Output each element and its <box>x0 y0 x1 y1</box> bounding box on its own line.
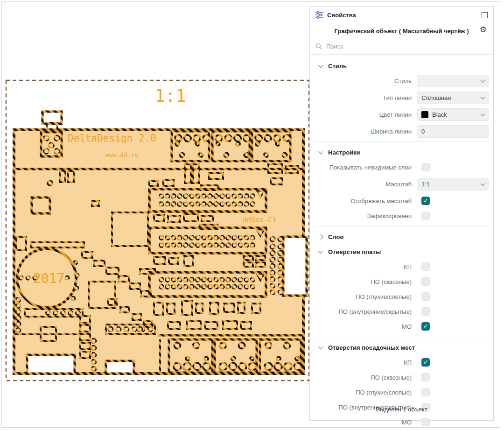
locked-row: Зафиксировано <box>310 208 493 223</box>
bh-mo-checkbox[interactable] <box>421 322 430 331</box>
line-type-select[interactable]: Сплошная <box>417 92 489 104</box>
board-cutout-2 <box>106 361 134 374</box>
chevron-down-icon <box>481 112 485 116</box>
chevron-right-icon <box>318 234 323 239</box>
url-text: www.dd.ru <box>105 151 138 158</box>
section-footprint-holes[interactable]: Отверстия посадочных мест <box>310 340 493 355</box>
chevron-down-icon <box>481 95 485 99</box>
via-hole <box>138 327 142 332</box>
section-layers[interactable]: Слои <box>310 229 493 244</box>
line-color-row: Цвет линии Black <box>310 107 493 122</box>
style-row: Стиль <box>310 73 493 88</box>
locked-checkbox[interactable] <box>421 212 430 220</box>
fh-kp-row: КП <box>310 355 493 370</box>
style-select[interactable] <box>417 75 489 87</box>
board-cutout <box>27 355 75 374</box>
bh-buried-row: ПО (внутренние/скрытые) <box>310 304 493 319</box>
bh-through-row: ПО (сквозные) <box>310 274 493 289</box>
bh-kp-checkbox[interactable] <box>421 262 430 271</box>
edge-connector <box>283 237 307 296</box>
search-icon <box>315 43 322 49</box>
status-bar: Выделен 1 объект <box>310 406 493 413</box>
fh-blind-row: ПО (глухие/слепые) <box>310 385 493 400</box>
panel-title: Свойства <box>327 12 482 19</box>
object-type-row: Графический объект ( Масштабный чертёж )… <box>310 23 493 38</box>
properties-panel: Свойства Графический объект ( Масштабный… <box>309 6 494 421</box>
chevron-down-icon <box>481 181 485 186</box>
chevron-down-icon <box>318 344 323 349</box>
chevron-down-icon <box>318 248 323 254</box>
line-width-input[interactable]: 0 <box>417 125 489 138</box>
scale-label: 1:1 <box>155 86 186 106</box>
fh-blind-checkbox[interactable] <box>421 388 430 396</box>
color-swatch <box>421 111 428 118</box>
object-type-label: Графический объект ( Масштабный чертёж ) <box>329 28 475 35</box>
show-scale-checkbox[interactable] <box>421 197 430 205</box>
line-type-row: Тип линии Сплошная <box>310 90 493 105</box>
year-text: 2017 <box>33 271 64 286</box>
divider <box>314 141 490 142</box>
chevron-down-icon <box>481 78 485 83</box>
search-input[interactable]: Поиск <box>326 43 343 50</box>
show-invisible-layers-checkbox[interactable] <box>421 163 430 171</box>
line-width-row: Ширина линии 0 <box>310 124 493 139</box>
chevron-down-icon <box>318 149 323 154</box>
float-panel-icon[interactable] <box>482 12 488 18</box>
bh-kp-row: КП <box>310 259 493 274</box>
fh-mo-checkbox[interactable] <box>421 418 430 426</box>
fh-mo-row: МО <box>310 415 493 430</box>
brand-text: DeltaDesign 2.0 <box>68 133 156 144</box>
show-scale-row: Отображать масштаб <box>310 193 493 208</box>
sliders-icon <box>315 11 323 19</box>
show-invisible-layers-row: Показывать невидимые слои <box>310 160 493 175</box>
bh-buried-checkbox[interactable] <box>421 307 430 316</box>
app-window: 1:1 DeltaDesign 2.0 www.dd.ru ddBox-C1 2… <box>0 0 504 431</box>
bh-blind-checkbox[interactable] <box>421 292 430 301</box>
chevron-down-icon <box>318 63 323 68</box>
bh-blind-row: ПО (глухие/слепые) <box>310 289 493 304</box>
bh-mo-row: МО <box>310 319 493 334</box>
line-color-select[interactable]: Black <box>417 108 489 121</box>
fh-through-row: ПО (сквозные) <box>310 370 493 385</box>
gear-icon[interactable]: ⚙ <box>480 26 487 34</box>
search-bar[interactable]: Поиск <box>310 38 493 55</box>
fh-through-checkbox[interactable] <box>421 373 430 382</box>
refdes-text: ddBox-C1 <box>243 216 276 224</box>
section-settings[interactable]: Настройки <box>310 145 493 160</box>
divider <box>314 337 490 337</box>
section-board-holes[interactable]: Отверстия платы <box>310 244 493 259</box>
bh-through-checkbox[interactable] <box>421 277 430 286</box>
scale-select[interactable]: 1:1 <box>417 178 489 191</box>
fh-kp-checkbox[interactable] <box>421 358 430 367</box>
scale-row: Масштаб 1:1 <box>310 177 493 191</box>
panel-header: Свойства <box>310 7 493 23</box>
section-style[interactable]: Стиль <box>310 58 493 73</box>
divider <box>314 226 490 226</box>
